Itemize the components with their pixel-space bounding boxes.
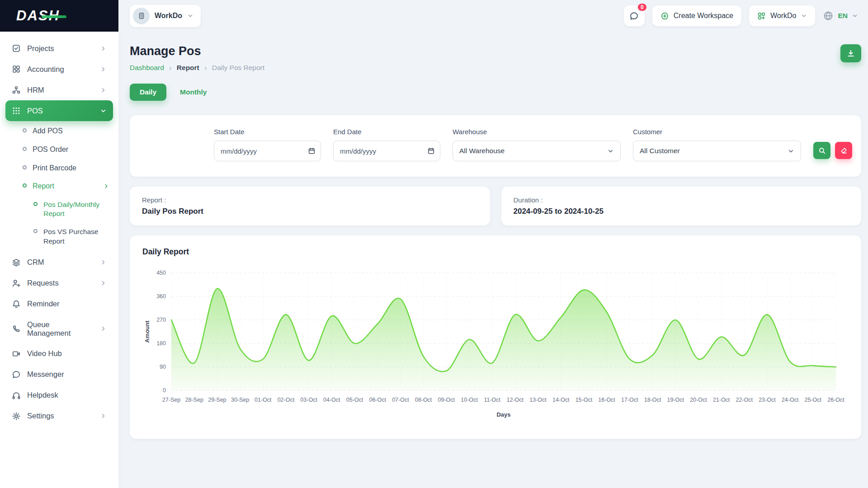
sidebar-label: Messenger [27,370,64,379]
grid-plus-icon [757,12,766,20]
tab-monthly[interactable]: Monthly [180,88,207,96]
sidebar-item-projects[interactable]: Projects [5,38,113,59]
reset-icon [840,147,848,155]
breadcrumb-dashboard-link[interactable]: Dashboard [130,64,164,72]
svg-text:12-Oct: 12-Oct [507,397,524,403]
svg-text:19-Oct: 19-Oct [667,397,684,403]
filter-actions [813,142,852,159]
svg-text:03-Oct: 03-Oct [300,397,317,403]
warehouse-field: Warehouse All Warehouse [453,128,621,161]
svg-text:02-Oct: 02-Oct [278,397,295,403]
svg-text:90: 90 [160,364,166,370]
breadcrumb-current: Daily Pos Report [212,64,264,72]
svg-text:180: 180 [156,340,166,347]
sidebar-item-add-pos[interactable]: Add POS [19,122,113,141]
bullet-icon [23,165,27,169]
report-submenu: Pos Daily/Monthly Report Pos VS Purchase… [19,196,113,250]
user-plus-icon [12,279,21,288]
page-title: Manage Pos [130,44,264,58]
sidebar-item-reminder[interactable]: Reminder [5,294,113,314]
chevron-right-icon [100,413,107,419]
sidebar-label: Video Hub [27,349,62,358]
download-button[interactable] [840,44,861,62]
svg-text:10-Oct: 10-Oct [461,397,478,403]
duration-label: Duration : [514,196,849,204]
search-button[interactable] [813,142,830,159]
create-workspace-label: Create Workspace [674,12,733,20]
tab-daily[interactable]: Daily [130,84,166,101]
warehouse-select[interactable]: All Warehouse [453,141,621,161]
customer-select[interactable]: All Customer [633,141,801,161]
sidebar-item-messenger[interactable]: Messenger [5,364,113,385]
sidebar-item-helpdesk[interactable]: Helpdesk [5,385,113,406]
sidebar-item-accounting[interactable]: Accounting [5,59,113,80]
notification-badge: 0 [637,2,648,12]
svg-text:28-Sep: 28-Sep [185,397,203,403]
building-icon [137,12,146,20]
logo-block: DASH [0,0,118,32]
brand-logo[interactable]: DASH [16,8,60,24]
filter-card: Start Date End Date Warehouse All Wareho… [130,115,861,177]
accounting-icon [12,65,21,74]
customer-select-value: All Customer [640,147,680,155]
headset-icon [12,391,21,400]
svg-text:16-Oct: 16-Oct [598,397,615,403]
report-period-tabs: Daily Monthly [130,84,861,101]
chevron-right-icon [100,325,107,332]
svg-text:Amount: Amount [144,320,151,343]
pos-icon [12,106,21,115]
sidebar-item-print-barcode[interactable]: Print Barcode [19,159,113,178]
svg-text:26-Oct: 26-Oct [827,397,844,403]
plus-circle-icon [660,12,669,20]
breadcrumb-report-link[interactable]: Report [177,64,199,72]
sidebar-label: Add POS [33,127,63,136]
sidebar-item-settings[interactable]: Settings [5,406,113,427]
svg-text:0: 0 [163,387,166,394]
hrm-icon [12,85,21,94]
start-date-field: Start Date [214,128,321,161]
bullet-icon [23,128,27,132]
sidebar-item-pos[interactable]: POS [5,100,113,121]
sidebar-item-report[interactable]: Report [19,177,113,196]
sidebar-item-pos-daily-monthly-report[interactable]: Pos Daily/Monthly Report [30,196,113,223]
svg-text:15-Oct: 15-Oct [576,397,593,403]
sidebar-item-queue-management[interactable]: Queue Management [5,314,113,343]
sidebar-item-requests[interactable]: Requests [5,273,113,294]
workspace-name: WorkDo [155,12,182,20]
chevron-down-icon [801,13,807,19]
sidebar-label: Reminder [27,300,60,308]
sidebar-label: Requests [27,279,59,287]
sidebar-item-pos-vs-purchase-report[interactable]: Pos VS Purchase Report [30,223,113,250]
breadcrumb: Dashboard › Report › Daily Pos Report [130,64,264,72]
sidebar-item-pos-order[interactable]: POS Order [19,141,113,159]
bullet-icon [33,229,38,233]
page-header: Manage Pos Dashboard › Report › Daily Po… [130,44,861,72]
app-switcher-button[interactable]: WorkDo [749,5,816,26]
svg-text:11-Oct: 11-Oct [484,397,500,403]
end-date-input[interactable] [333,141,440,161]
svg-text:01-Oct: 01-Oct [255,397,272,403]
customer-label: Customer [633,128,801,136]
svg-text:04-Oct: 04-Oct [323,397,340,403]
sidebar-label: HRM [27,86,44,94]
chevron-down-icon [100,108,107,114]
sidebar-item-hrm[interactable]: HRM [5,80,113,100]
sidebar-label: Print Barcode [33,164,76,173]
language-switcher[interactable]: EN [823,10,858,21]
crm-icon [12,258,21,267]
chevron-down-icon [852,13,858,19]
create-workspace-button[interactable]: Create Workspace [652,5,741,26]
sidebar-item-video-hub[interactable]: Video Hub [5,343,113,364]
sidebar-label: Pos VS Purchase Report [43,227,109,245]
start-date-input[interactable] [214,141,321,161]
reset-filter-button[interactable] [835,142,852,159]
svg-text:07-Oct: 07-Oct [392,397,409,403]
sidebar-label: Helpdesk [27,391,58,399]
workspace-switcher[interactable]: WorkDo [130,5,201,27]
chevron-right-icon [100,87,107,94]
sidebar: Projects Accounting HRM POS Add POS [0,32,118,488]
notifications-button[interactable]: 0 [624,5,645,26]
svg-text:22-Oct: 22-Oct [736,397,753,403]
sidebar-item-crm[interactable]: CRM [5,252,113,273]
topbar: WorkDo 0 Create Workspace WorkDo [118,0,868,32]
